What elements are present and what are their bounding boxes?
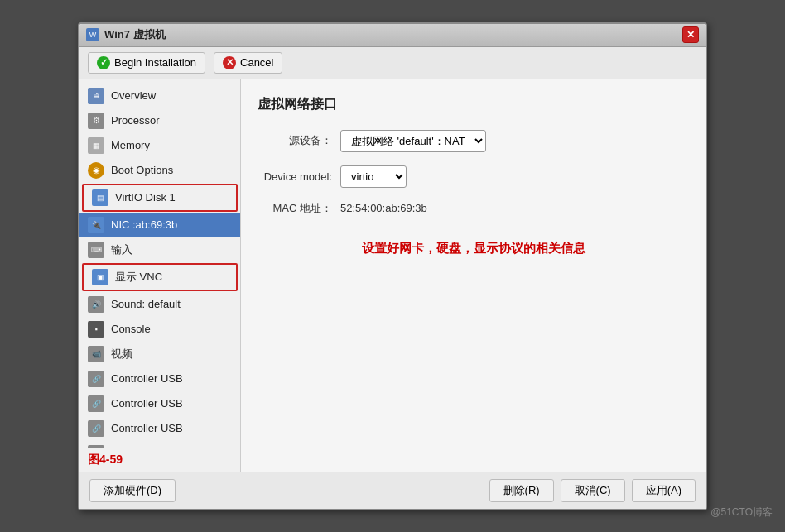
sidebar-label-memory: Memory <box>111 139 150 151</box>
overview-icon: 🖥 <box>88 88 104 104</box>
content-area: 虚拟网络接口 源设备： 虚拟网络 'default'：NAT Device mo… <box>241 79 706 472</box>
boot-icon: ◉ <box>88 162 104 179</box>
sidebar-label-processor: Processor <box>111 114 160 127</box>
cancel-label: Cancel <box>240 56 273 69</box>
title-bar-left: W Win7 虚拟机 <box>86 27 166 42</box>
sidebar-label-usb3: Controller USB <box>111 422 183 434</box>
close-button[interactable]: ✕ <box>682 26 699 43</box>
bottom-left-actions: 添加硬件(D) <box>89 479 176 502</box>
usb2-icon: 🔗 <box>88 395 104 412</box>
sidebar-item-virtio-disk[interactable]: ▤ VirtIO Disk 1 <box>84 185 236 210</box>
memory-icon: ▦ <box>88 137 104 154</box>
sidebar-item-usb3[interactable]: 🔗 Controller USB <box>79 416 240 441</box>
device-model-select[interactable]: virtio <box>340 165 407 188</box>
device-model-row: Device model: virtio <box>258 165 689 188</box>
main-content: 🖥 Overview ⚙ Processor ▦ Memory ◉ Boot O… <box>79 79 706 472</box>
usb3-icon: 🔗 <box>88 420 104 437</box>
sidebar-item-usb1[interactable]: 🔗 Controller USB <box>79 367 240 391</box>
apply-button[interactable]: 应用(A) <box>632 479 696 502</box>
annotation-text: 设置好网卡，硬盘，显示协议的相关信息 <box>258 241 689 256</box>
sidebar-label-nic: NIC :ab:69:3b <box>111 218 177 231</box>
input-icon: ⌨ <box>88 242 104 258</box>
disk-icon: ▤ <box>92 189 108 206</box>
bottom-bar: 添加硬件(D) 删除(R) 取消(C) 应用(A) <box>79 472 706 509</box>
window-icon: W <box>86 28 99 41</box>
toolbar: ✓ Begin Installation ✕ Cancel <box>79 47 706 79</box>
watermark: @51CTO博客 <box>710 506 773 520</box>
sidebar: 🖥 Overview ⚙ Processor ▦ Memory ◉ Boot O… <box>79 79 241 472</box>
sidebar-item-video[interactable]: 📹 视频 <box>79 342 240 367</box>
sidebar-item-overview[interactable]: 🖥 Overview <box>79 84 240 108</box>
sidebar-label-overview: Overview <box>111 89 156 102</box>
delete-button[interactable]: 删除(R) <box>489 479 554 502</box>
content-title: 虚拟网络接口 <box>258 96 689 113</box>
sidebar-label-boot: Boot Options <box>111 164 173 176</box>
device-model-label: Device model: <box>258 170 332 183</box>
mac-row: MAC 地址： 52:54:00:ab:69:3b <box>258 201 689 216</box>
check-icon: ✓ <box>97 56 110 69</box>
mac-label: MAC 地址： <box>258 201 332 216</box>
bottom-right-actions: 删除(R) 取消(C) 应用(A) <box>489 479 696 502</box>
cancel-icon: ✕ <box>223 56 236 69</box>
sidebar-label-console: Console <box>111 323 151 335</box>
console-icon: ▪ <box>88 321 104 338</box>
sidebar-item-nic[interactable]: 🔌 NIC :ab:69:3b <box>79 213 240 237</box>
source-device-row: 源设备： 虚拟网络 'default'：NAT <box>258 130 689 152</box>
sidebar-item-console[interactable]: ▪ Console <box>79 317 240 342</box>
display-icon: ▣ <box>92 269 108 285</box>
window-title: Win7 虚拟机 <box>104 27 166 42</box>
sidebar-label-video: 视频 <box>111 347 132 362</box>
source-device-select[interactable]: 虚拟网络 'default'：NAT <box>340 130 486 152</box>
sidebar-item-usb4[interactable]: 🔗 Controller USB <box>79 441 240 448</box>
figure-label: 图4-59 <box>79 448 240 472</box>
sidebar-label-input: 输入 <box>111 242 132 257</box>
begin-installation-label: Begin Installation <box>114 56 196 69</box>
bottom-cancel-button[interactable]: 取消(C) <box>561 479 625 502</box>
sidebar-label-usb2: Controller USB <box>111 397 183 410</box>
sidebar-item-display-vnc[interactable]: ▣ 显示 VNC <box>84 265 236 290</box>
sidebar-label-display: 显示 VNC <box>115 270 162 285</box>
main-window: W Win7 虚拟机 ✕ ✓ Begin Installation ✕ Canc… <box>78 22 707 510</box>
sound-icon: 🔊 <box>88 296 104 313</box>
sidebar-item-processor[interactable]: ⚙ Processor <box>79 108 240 133</box>
sidebar-item-usb2[interactable]: 🔗 Controller USB <box>79 391 240 416</box>
cancel-button[interactable]: ✕ Cancel <box>214 52 282 74</box>
video-icon: 📹 <box>88 346 104 362</box>
nic-icon: 🔌 <box>88 217 104 233</box>
sidebar-item-sound[interactable]: 🔊 Sound: default <box>79 292 240 317</box>
begin-installation-button[interactable]: ✓ Begin Installation <box>88 52 205 74</box>
mac-value: 52:54:00:ab:69:3b <box>340 202 427 214</box>
sidebar-label-virtio: VirtIO Disk 1 <box>115 191 176 204</box>
sidebar-label-sound: Sound: default <box>111 298 181 310</box>
sidebar-item-boot-options[interactable]: ◉ Boot Options <box>79 158 240 183</box>
sidebar-item-memory[interactable]: ▦ Memory <box>79 133 240 158</box>
usb1-icon: 🔗 <box>88 371 104 387</box>
source-device-label: 源设备： <box>258 133 332 148</box>
title-bar: W Win7 虚拟机 ✕ <box>79 24 706 47</box>
sidebar-items: 🖥 Overview ⚙ Processor ▦ Memory ◉ Boot O… <box>79 79 240 448</box>
sidebar-label-usb1: Controller USB <box>111 372 183 385</box>
processor-icon: ⚙ <box>88 113 104 129</box>
sidebar-item-input[interactable]: ⌨ 输入 <box>79 237 240 262</box>
add-hardware-button[interactable]: 添加硬件(D) <box>89 479 176 502</box>
